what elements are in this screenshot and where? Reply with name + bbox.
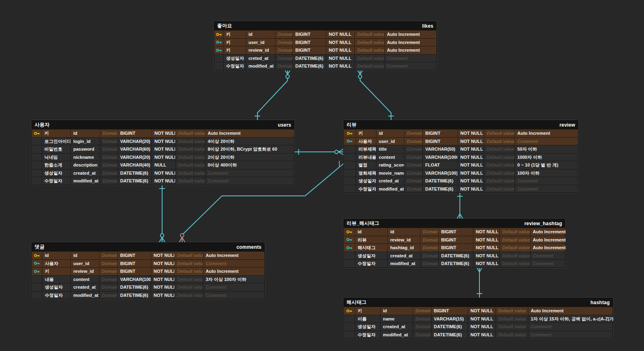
cell-logical-name: 수정일자 [356, 185, 376, 193]
table-row-creted_at[interactable]: 생성일자creted_atDomainDATETIME(6)NOT NULLDe… [344, 177, 578, 185]
cell-physical-name: user_id [376, 138, 404, 145]
table-row-created_at[interactable]: 생성일자created_atDomainDATETIME(6)NOT NULLD… [344, 322, 613, 331]
empty-key-cell [32, 161, 42, 169]
cell-logical-name: 리뷰 [355, 236, 388, 244]
table-row-id[interactable]: ididDomainBIGINTNOT NULLDefault valueAut… [344, 228, 565, 236]
cell-nullable: NOT NULL [151, 252, 175, 259]
crows-foot-marker [179, 237, 185, 242]
cell-physical-name: name [380, 315, 413, 323]
table-row-content[interactable]: 리뷰내용contentDomainVARCHAR(1000)NOT NULLDe… [344, 153, 578, 161]
table-row-movie_name[interactable]: 영화제목movie_nameDomainVARCHAR(100)NOT NULL… [344, 169, 578, 177]
table-row-description[interactable]: 한줄소개descriptionDomainVARCHAR(40)NULLDefa… [32, 161, 294, 169]
table-row-user_id[interactable]: 사용자user_idDomainBIGINTNOT NULLDefault va… [32, 259, 264, 268]
cell-logical-name: 영화제목 [356, 169, 376, 177]
cell-logical-name: 수정일자 [355, 331, 380, 339]
cell-type: DATETIME(6) [439, 260, 473, 268]
relation-line-likes-users[interactable] [257, 70, 288, 120]
crows-foot-marker [159, 237, 165, 242]
table-row-name[interactable]: 이름nameDomainVARCHAR(15)NOT NULLDefault v… [344, 315, 613, 323]
cell-comment: 2이상 20이하 [205, 154, 295, 161]
table-row-modified_at[interactable]: 수정일자modified_atDomainDATETIME(6)NOT NULL… [214, 62, 436, 70]
cell-type: BIGINT [118, 268, 151, 275]
cell-logical-name: 사용자 [42, 260, 71, 268]
cell-physical-name: modified_at [71, 292, 99, 299]
cell-logical-name: 키 [356, 129, 376, 137]
table-row-created_at[interactable]: 생성일자created_atDomainDATETIME(6)NOT NULLD… [32, 283, 264, 291]
table-header[interactable]: 댓글comments [32, 243, 264, 251]
table-row-modified_at[interactable]: 수정일자modified_atDomainDATETIME(6)NOT NULL… [32, 291, 264, 299]
table-row-creted_at[interactable]: 생성일자creted_atDomainDATETIME(6)NOT NULLDe… [214, 54, 436, 62]
cell-comment: Comment [530, 252, 566, 260]
table-row-content[interactable]: 내용contentDomainVARCHAR(100)NOT NULLDefau… [32, 275, 264, 283]
table-row-title[interactable]: 리뷰제목titleDomainVARCHAR(50)NOT NULLDefaul… [344, 145, 578, 153]
empty-key-cell [32, 276, 42, 283]
cell-default-value: Default value [484, 177, 515, 185]
table-header[interactable]: 사용자users [32, 121, 294, 129]
entity-table-comments[interactable]: 댓글comments ididDomainBIGINTNOT NULLDefau… [31, 242, 265, 299]
cell-physical-name: created_at [380, 323, 413, 331]
empty-key-cell [344, 252, 355, 260]
cell-logical-name: 로그인아이디 [42, 138, 71, 145]
table-row-modified_at[interactable]: 수정일자modified_atDomainDATETIME(6)NOT NULL… [344, 185, 578, 193]
cell-default-value: Default value [176, 138, 205, 145]
table-row-created_at[interactable]: 생성일자created_atDomainDATETIME(6)NOT NULLD… [32, 169, 294, 177]
table-row-id[interactable]: 키idDomainBIGINTNOT NULLDefault valueAuto… [344, 129, 578, 137]
cell-default-value: Default value [484, 169, 515, 177]
cell-physical-name: id [380, 307, 413, 315]
table-row-user_id[interactable]: 키user_idDomainBIGINTNOT NULLDefault valu… [214, 38, 436, 46]
empty-key-cell [214, 55, 224, 62]
entity-table-users[interactable]: 사용자users 키idDomainBIGINTNOT NULLDefault … [31, 120, 295, 185]
fk-key-icon [214, 39, 224, 46]
table-header[interactable]: 해시태그hashtag [344, 298, 613, 307]
table-row-created_at[interactable]: 생성일자created_atDomainDATETIME(6)NOT NULLD… [344, 252, 565, 260]
table-row-id[interactable]: 키idDomainBIGINTNOT NULLDefault valueAuto… [344, 307, 613, 315]
cell-default-value: Default value [500, 252, 530, 260]
cell-default-value: Default value [175, 292, 203, 299]
cell-physical-name: review_id [246, 46, 275, 54]
table-row-login_id[interactable]: 로그인아이디login_idDomainVARCHAR(20)NOT NULLD… [32, 137, 294, 145]
table-row-modified_at[interactable]: 수정일자modified_atDomainDATETIME(6)NOT NULL… [32, 177, 294, 185]
table-row-rating_score[interactable]: 별점rating_scoreDomainFLOATNOT NULLDefault… [344, 161, 578, 169]
cell-comment: Comment [515, 138, 579, 145]
table-physical-name: hashtag [591, 300, 610, 305]
table-row-user_id[interactable]: 사용자user_idDomainBIGINTNOT NULLDefault va… [344, 137, 578, 145]
cell-nullable: NOT NULL [152, 138, 176, 145]
cell-default-value: Default value [176, 154, 205, 161]
entity-table-hashtag[interactable]: 해시태그hashtag 키idDomainBIGINTNOT NULLDefau… [343, 298, 613, 339]
cell-comment: 50자 이하 [515, 145, 579, 153]
table-row-modified_at[interactable]: 수정일자modified_atDomainDATETIME(6)NOT NULL… [344, 259, 565, 268]
table-row-review_id[interactable]: 리뷰review_idDomainBIGINTNOT NULLDefault v… [344, 236, 565, 244]
cell-domain: Domain [100, 145, 118, 153]
pk-key-icon [344, 307, 355, 315]
cell-physical-name: id [71, 129, 100, 137]
cell-default-value: Default value [355, 46, 385, 54]
cell-physical-name: modified_at [388, 260, 420, 268]
table-row-password[interactable]: 비밀번호passwordDomainVARCHAR(60)NOT NULLDef… [32, 145, 294, 153]
table-row-review_id[interactable]: 키review_idDomainBIGINTNOT NULLDefault va… [214, 46, 436, 54]
table-physical-name: likes [422, 23, 433, 29]
cell-comment: Comment [203, 292, 265, 299]
table-row-id[interactable]: 키idDomainBIGINTNOT NULLDefault valueAuto… [32, 129, 294, 137]
table-row-nickname[interactable]: 닉네임nicknameDomainVARCHAR(20)NOT NULLDefa… [32, 153, 294, 161]
table-row-hashtag_id[interactable]: 해시태그hashtag_idDomainBIGINTNOT NULLDefaul… [344, 244, 565, 252]
table-row-id[interactable]: 키idDomainBIGINTNOT NULLDefault valueAuto… [214, 30, 436, 38]
relation-line-likes-review[interactable] [360, 70, 391, 120]
cell-nullable: NOT NULL [458, 129, 484, 137]
erd-canvas[interactable]: 좋아요likes 키idDomainBIGINTNOT NULLDefault … [0, 0, 644, 351]
cell-domain: Domain [404, 129, 423, 137]
table-row-review_id[interactable]: 키review_idDomainBIGINTNOT NULLDefault va… [32, 267, 264, 275]
table-header[interactable]: 리뷰review [344, 121, 578, 129]
entity-table-review[interactable]: 리뷰review 키idDomainBIGINTNOT NULLDefault … [343, 120, 578, 193]
table-header[interactable]: 리뷰_해시태그review_hashtag [344, 219, 565, 228]
entity-table-likes[interactable]: 좋아요likes 키idDomainBIGINTNOT NULLDefault … [214, 21, 437, 70]
cell-nullable: NOT NULL [151, 276, 175, 283]
table-row-modified_at[interactable]: 수정일자modified_atDomainDATETIME(6)NOT NULL… [344, 331, 613, 339]
fk-key-icon [214, 46, 224, 54]
cell-type: VARCHAR(100) [423, 169, 458, 177]
table-row-id[interactable]: ididDomainBIGINTNOT NULLDefault valueAut… [32, 251, 264, 259]
entity-table-review_hashtag[interactable]: 리뷰_해시태그review_hashtag ididDomainBIGINTNO… [343, 219, 565, 268]
cell-default-value: Default value [176, 129, 205, 137]
cell-domain: Domain [420, 244, 439, 252]
cell-default-value: Default value [500, 260, 530, 268]
table-header[interactable]: 좋아요likes [214, 22, 436, 30]
